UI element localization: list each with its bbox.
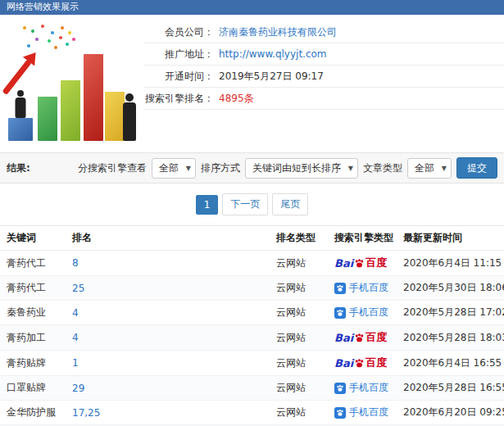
mobile-baidu-label: 手机百度 (349, 306, 388, 320)
promo-url-label: 推广地址： (143, 48, 214, 61)
keyword-cell: 膏药贴牌 (0, 351, 66, 376)
article-type-select[interactable]: 全部 ▼ (407, 158, 452, 179)
table-header-row: 关键词 排名 排名类型 搜索引擎类型 最新更新时间 (0, 226, 504, 251)
baidu-logo: Bai 百度 (334, 356, 387, 370)
keyword-cell: 膏药加工 (0, 325, 66, 351)
keyword-cell: 秦鲁药业 (0, 301, 66, 325)
promo-url-link[interactable]: http://www.qlyyjt.com (219, 48, 327, 60)
table-body: 膏药代工 8 云网站 Bai 百度 手机百度 2020年6月4日 11:15 膏… (0, 251, 504, 426)
chevron-down-icon: ▼ (186, 165, 191, 172)
page-title: 网络营销效果展示 (0, 0, 504, 15)
engine-filter-value: 全部 (159, 161, 179, 175)
rank-link[interactable]: 1 (72, 357, 79, 369)
mobile-baidu-label: 手机百度 (349, 406, 388, 419)
keyword-cell: 膏药代工 (0, 251, 66, 276)
company-link[interactable]: 济南秦鲁药业科技有限公司 (219, 25, 337, 39)
rank-type-cell: 云网站 (270, 376, 328, 401)
rank-type-cell: 云网站 (270, 276, 328, 301)
article-type-value: 全部 (415, 161, 434, 175)
baidu-logo: Bai 百度 (334, 256, 387, 270)
table-row: 金华防护服 17,25 云网站 Bai 百度 手机百度 2020年6月20日 0… (0, 401, 504, 425)
mobile-baidu-badge: 手机百度 (334, 306, 388, 320)
baidu-paw-icon (354, 358, 365, 369)
update-time-cell: 2020年5月28日 16:55 (397, 376, 504, 401)
baidu-wordmark-cn: 百度 (366, 330, 387, 345)
rank-type-cell: 云网站 (270, 351, 328, 376)
filter-bar: 结果: 分搜索引擎查看 全部 ▼ 排序方式 关键词由短到长排序 ▼ 文章类型 全… (0, 152, 504, 184)
mobile-baidu-badge: 手机百度 (334, 381, 388, 395)
rank-link[interactable]: 4 (72, 332, 79, 343)
pagination: 1 下一页 尾页 (0, 184, 504, 225)
article-type-label: 文章类型 (363, 161, 402, 175)
last-page-button[interactable]: 尾页 (272, 193, 308, 215)
baidu-wordmark-bai: Bai (334, 357, 353, 369)
table-row: 膏药代工 25 云网站 Bai 百度 手机百度 2020年5月30日 18:06 (0, 276, 504, 301)
rank-type-cell: 云网站 (270, 251, 328, 276)
mobile-baidu-label: 手机百度 (349, 281, 388, 295)
ranking-table: 关键词 排名 排名类型 搜索引擎类型 最新更新时间 膏药代工 8 云网站 Bai… (0, 225, 504, 426)
chevron-down-icon: ▼ (442, 165, 447, 172)
baidu-logo: Bai 百度 (334, 330, 387, 345)
mobile-baidu-icon (334, 407, 346, 419)
update-time-cell: 2020年5月28日 17:02 (397, 301, 504, 325)
confetti-dots (23, 26, 26, 29)
mobile-baidu-label: 手机百度 (349, 381, 388, 395)
engine-filter-label: 分搜索引擎查看 (78, 161, 147, 175)
mobile-baidu-icon (334, 283, 346, 294)
rank-type-cell: 云网站 (270, 401, 328, 425)
table-row: 膏药加工 4 云网站 Bai 百度 手机百度 2020年5月28日 18:03 (0, 325, 504, 351)
page-button-1[interactable]: 1 (196, 195, 219, 215)
sort-filter-select[interactable]: 关键词由短到长排序 ▼ (245, 158, 358, 179)
chevron-down-icon: ▼ (348, 165, 353, 172)
open-time-value: 2019年5月27日 09:17 (219, 70, 324, 84)
bar-lime (61, 80, 80, 141)
update-time-cell: 2020年6月20日 09:25 (397, 401, 504, 425)
table-row: 秦鲁药业 4 云网站 Bai 百度 手机百度 2020年5月28日 17:02 (0, 301, 504, 325)
table-row: 膏药代工 8 云网站 Bai 百度 手机百度 2020年6月4日 11:15 (0, 251, 504, 276)
summary-card: 会员公司： 济南秦鲁药业科技有限公司 推广地址： http://www.qlyy… (0, 15, 504, 147)
header-keyword: 关键词 (0, 226, 66, 251)
rank-count-label: 搜索引擎排名： (143, 92, 214, 106)
keyword-cell: 金华防护服 (0, 401, 66, 425)
table-row: 口罩贴牌 29 云网站 Bai 百度 手机百度 2020年5月28日 16:55 (0, 376, 504, 401)
sort-filter-label: 排序方式 (201, 161, 240, 175)
result-label: 结果: (7, 161, 30, 175)
person-figure-left (13, 90, 28, 118)
baidu-wordmark-bai: Bai (334, 257, 353, 270)
rank-type-cell: 云网站 (270, 301, 328, 325)
rank-link[interactable]: 17,25 (72, 407, 100, 419)
bar-red (84, 54, 103, 141)
info-row-open-time: 开通时间： 2019年5月27日 09:17 (143, 66, 504, 88)
baidu-paw-icon (354, 333, 365, 343)
company-label: 会员公司： (143, 25, 214, 39)
info-row-rank-count: 搜索引擎排名： 4895条 (143, 88, 504, 110)
update-time-cell: 2020年6月4日 11:15 (397, 251, 504, 276)
header-engine-type: 搜索引擎类型 (328, 226, 397, 251)
submit-button[interactable]: 提交 (456, 157, 497, 179)
keyword-cell: 膏药代工 (0, 276, 66, 301)
baidu-paw-icon (354, 258, 365, 269)
sort-filter-value: 关键词由短到长排序 (252, 161, 341, 175)
mobile-baidu-icon (334, 383, 346, 394)
mobile-baidu-icon (334, 307, 346, 319)
next-page-button[interactable]: 下一页 (222, 193, 268, 215)
rank-link[interactable]: 4 (72, 307, 79, 319)
update-time-cell: 2020年6月4日 16:55 (397, 351, 504, 376)
rank-link[interactable]: 29 (72, 383, 84, 394)
chart-illustration (0, 15, 143, 147)
rank-link[interactable]: 8 (72, 257, 79, 269)
update-time-cell: 2020年5月28日 18:03 (397, 325, 504, 351)
keyword-cell: 口罩贴牌 (0, 376, 66, 401)
baidu-wordmark-bai: Bai (334, 332, 353, 344)
rank-type-cell: 云网站 (270, 325, 328, 351)
mobile-baidu-badge: 手机百度 (334, 406, 388, 419)
header-rank: 排名 (66, 226, 270, 251)
header-update-time: 最新更新时间 (397, 226, 504, 251)
rank-link[interactable]: 25 (72, 283, 84, 294)
open-time-label: 开通时间： (143, 70, 214, 84)
rank-count-value: 4895条 (219, 92, 254, 106)
mobile-baidu-badge: 手机百度 (334, 281, 388, 295)
engine-filter-select[interactable]: 全部 ▼ (152, 158, 196, 179)
member-info-list: 会员公司： 济南秦鲁药业科技有限公司 推广地址： http://www.qlyy… (143, 15, 504, 147)
table-row: 膏药贴牌 1 云网站 Bai 百度 手机百度 2020年6月4日 16:55 (0, 351, 504, 376)
